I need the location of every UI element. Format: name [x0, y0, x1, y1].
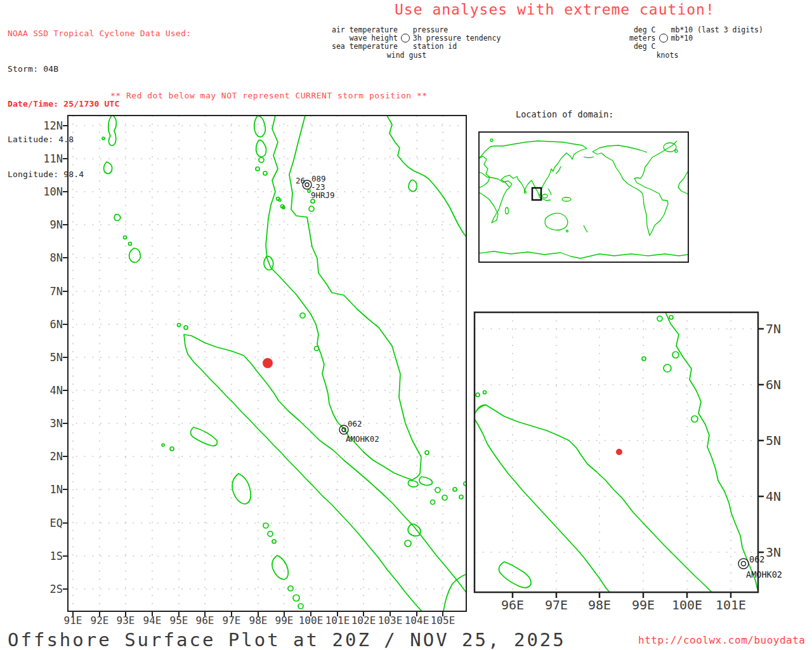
main-map-lat-tick-label: 11N	[23, 152, 63, 165]
station-circle-icon	[401, 34, 410, 43]
storm-position-warning: ** Red dot below may NOT represent CURRE…	[110, 91, 428, 100]
main-map-lat-tick-label: 1S	[23, 550, 63, 562]
tc-source-line: NOAA SSD Tropical Cyclone Data Used:	[8, 28, 191, 39]
zoom-inset-lat-tick-label: 4N	[766, 489, 804, 504]
main-map-lat-tick-label: 4N	[23, 384, 63, 397]
station-model-legend: air temperature wave height sea temperat…	[332, 26, 501, 51]
zoom-inset-lon-tick-label: 96E	[490, 597, 535, 613]
zoom-inset-lat-tick-label: 5N	[766, 433, 804, 448]
world-map-border	[479, 132, 688, 262]
station-air-temp: 26	[296, 176, 305, 185]
station-pressure: 062	[749, 554, 764, 564]
legend-param: station id	[413, 43, 501, 51]
main-map-lat-tick-label: 7N	[23, 285, 63, 298]
tc-latitude-line: Latitude: 4.8	[8, 134, 191, 145]
station-id: AMOHK02	[746, 569, 782, 580]
legend-unit: mb*10	[671, 34, 763, 43]
zoom-inset-lon-tick-label: 98E	[577, 597, 622, 613]
zoom-inset-lon-tick-label: 97E	[534, 597, 579, 613]
main-map-lat-tick-label: 2N	[23, 450, 63, 463]
station-id: 9HRJ9	[311, 190, 335, 200]
tc-longitude-line: Longitude: 98.4	[8, 169, 191, 180]
main-map-lat-tick-label: EQ	[23, 517, 63, 529]
storm-position-dot	[263, 358, 273, 368]
station-id: AMOHK02	[346, 434, 379, 444]
station-units-legend: deg C meters deg C mb*10 (last 3 digits)…	[629, 26, 763, 51]
main-map-lat-tick-label: 8N	[23, 251, 63, 264]
zoom-inset-lat-tick-label: 7N	[766, 321, 804, 336]
source-url-link[interactable]: http://coolwx.com/buoydata	[638, 634, 805, 646]
zoom-inset-lat-tick-label: 3N	[766, 545, 804, 560]
station-plot-amohk02: 062 AMOHK02	[339, 419, 379, 444]
station-circle-icon	[659, 34, 668, 43]
legend-param: sea temperature	[332, 43, 398, 51]
main-map-lat-tick-label: 12N	[23, 119, 63, 132]
zoom-inset-lat-tick-label: 6N	[766, 377, 804, 392]
main-map-lat-tick-label: 6N	[23, 318, 63, 331]
zoom-inset-coastlines	[475, 312, 757, 592]
main-map-lat-tick-label: 9N	[23, 218, 63, 231]
main-map-lon-tick-label: 105E	[427, 614, 459, 627]
caution-banner: Use analyses with extreme caution!	[395, 1, 715, 18]
main-map-lat-tick-label: 3N	[23, 417, 63, 430]
world-map-coastlines	[479, 139, 688, 258]
main-map-lat-tick-label: 2S	[23, 583, 63, 595]
legend-unit: deg C	[629, 43, 656, 51]
main-map-lat-tick-label: 1N	[23, 483, 63, 496]
station-pressure: 062	[348, 419, 362, 428]
storm-position-dot-inset	[616, 449, 622, 455]
zoom-inset-lon-tick-label: 101E	[709, 597, 753, 613]
page-title: Offshore Surface Plot at 20Z / NOV 25, 2…	[8, 629, 566, 650]
zoom-inset-lon-tick-label: 99E	[621, 597, 665, 613]
legend-param-wind-gust: wind gust	[378, 51, 435, 60]
main-map-lat-tick-label: 5N	[23, 351, 63, 364]
legend-unit-knots: knots	[642, 51, 693, 60]
station-plot-9hrj9: 26 089 -23 9HRJ9	[296, 174, 335, 200]
main-map-lat-tick-label: 10N	[23, 185, 63, 198]
zoom-inset-lon-tick-label: 100E	[665, 597, 709, 613]
domain-inset-title: Location of domain:	[516, 109, 613, 119]
tc-storm-line: Storm: 04B	[8, 63, 191, 75]
